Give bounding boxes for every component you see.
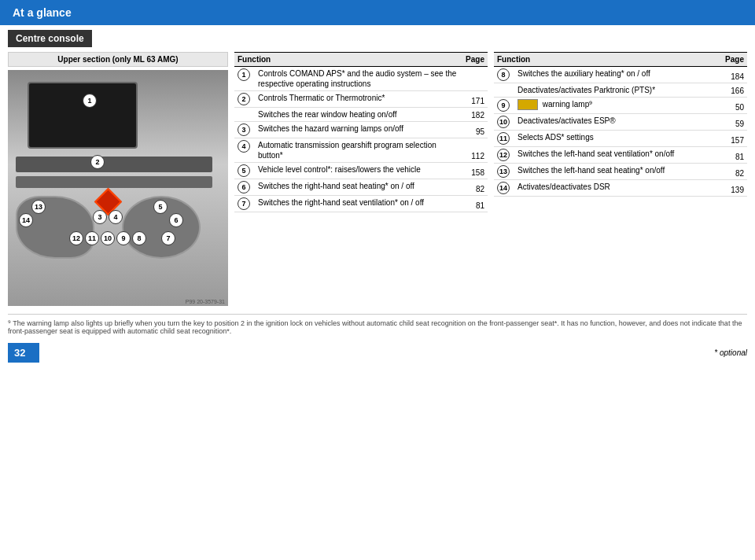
section-title: Centre console [8,30,92,47]
item-num-14: 14 [497,182,510,194]
item-page-13: 82 [716,164,747,180]
item-desc-12: Switches the left-hand seat ventilation*… [514,147,716,164]
item-page-7: 81 [462,196,488,212]
item-page-8: 184 [716,67,747,83]
header-bar: At a glance [0,0,755,25]
table-row: 10 Deactivates/activates ESP® 59 [494,114,747,131]
car-image: 1 2 3 4 5 6 7 8 9 10 11 12 13 14 P99 20-… [8,70,228,306]
item-page-9: 50 [716,98,747,114]
item-desc-3: Switches the hazard warning lamps on/off [255,122,462,138]
label-9: 9 [116,231,131,245]
item-num-2: 2 [238,93,250,105]
tables-section: Function Page 1 Controls COMAND APS* and… [234,52,747,306]
item-desc-6: Switches the right-hand seat heating* on… [255,179,462,196]
table-row: Deactivates/activates Parktronic (PTS)* … [494,83,747,98]
optional-label: * optional [714,348,747,357]
label-6: 6 [169,213,183,227]
item-page-12: 81 [716,147,747,164]
table-row: 3 Switches the hazard warning lamps on/o… [234,122,488,138]
item-page-2: 171 [462,91,488,108]
page-number: 32 [8,343,39,363]
item-page-4: 112 [462,138,488,163]
right-table-function-header: Function [494,53,716,67]
item-num-3: 3 [238,123,250,136]
table-row: 14 Activates/deactivates DSR 139 [494,180,747,197]
item-num-10: 10 [497,116,510,128]
item-page-5: 158 [462,163,488,179]
warning-icon [517,99,538,110]
label-10: 10 [101,231,115,245]
item-page-2b: 182 [462,108,488,122]
image-caption: P99 20-3579-31 [186,299,225,304]
label-1: 1 [83,94,97,108]
item-page-8b: 166 [716,83,747,98]
image-label: Upper section (only ML 63 AMG) [8,52,228,67]
image-section: Upper section (only ML 63 AMG) 1 2 3 4 5… [8,52,228,306]
item-desc-10: Deactivates/activates ESP® [514,114,716,131]
right-function-table: Function Page 8 Switches the auxiliary h… [494,52,747,306]
item-page-14: 139 [716,180,747,197]
item-num-9: 9 [497,99,510,112]
left-table-page-header: Page [462,53,488,67]
item-num-8: 8 [497,68,510,81]
item-desc-13: Switches the left-hand seat heating* on/… [514,164,716,180]
item-desc-9: warning lamp⁹ [514,98,716,114]
label-5: 5 [153,200,168,214]
item-desc-4: Automatic transmission gearshift program… [255,138,462,163]
footnote: ⁹ The warning lamp also lights up briefl… [8,314,747,335]
page-title: At a glance [13,6,72,19]
item-desc-2: Controls Thermatic or Thermotronic* [255,91,462,108]
table-row: 12 Switches the left-hand seat ventilati… [494,147,747,164]
item-page-10: 59 [716,114,747,131]
label-4: 4 [109,210,123,224]
left-function-table: Function Page 1 Controls COMAND APS* and… [234,52,488,306]
item-num-1: 1 [238,68,250,81]
item-num-6: 6 [238,181,250,193]
item-num-4: 4 [238,140,250,153]
left-table-function-header: Function [234,53,462,67]
item-num-13: 13 [497,165,510,178]
footnote-text: ⁹ The warning lamp also lights up briefl… [8,319,742,335]
item-page-6: 82 [462,179,488,196]
item-desc-1: Controls COMAND APS* and the audio syste… [255,67,462,91]
table-row: 8 Switches the auxiliary heating* on / o… [494,67,747,83]
label-13: 13 [31,200,46,214]
label-2: 2 [90,155,105,169]
table-row: 11 Selects ADS* settings 157 [494,131,747,147]
table-row: 2 Controls Thermatic or Thermotronic* 17… [234,91,488,108]
item-num-5: 5 [238,164,250,177]
item-desc-11: Selects ADS* settings [514,131,716,147]
table-row: 6 Switches the right-hand seat heating* … [234,179,488,196]
item-desc-8b: Deactivates/activates Parktronic (PTS)* [514,83,716,98]
right-table-page-header: Page [716,53,747,67]
table-row: Switches the rear window heating on/off … [234,108,488,122]
item-page-11: 157 [716,131,747,147]
table-row: 1 Controls COMAND APS* and the audio sys… [234,67,488,91]
item-num-11: 11 [497,132,510,145]
label-8: 8 [132,231,146,245]
item-page-1 [462,67,488,91]
label-12: 12 [69,231,83,245]
item-num-12: 12 [497,149,510,161]
label-14: 14 [19,213,33,227]
table-row: 7 Switches the right-hand seat ventilati… [234,196,488,212]
item-desc-14: Activates/deactivates DSR [514,180,716,197]
table-row: 5 Vehicle level control*: raises/lowers … [234,163,488,179]
item-desc-5: Vehicle level control*: raises/lowers th… [255,163,462,179]
bottom-row: 32 * optional [0,338,755,367]
item-num-7: 7 [238,197,250,210]
table-row: 4 Automatic transmission gearshift progr… [234,138,488,163]
item-desc-8: Switches the auxiliary heating* on / off [514,67,716,83]
item-desc-2b: Switches the rear window heating on/off [255,108,462,122]
table-row: 9 warning lamp⁹ 50 [494,98,747,114]
item-desc-7: Switches the right-hand seat ventilation… [255,196,462,212]
item-page-3: 95 [462,122,488,138]
label-7: 7 [161,231,175,245]
table-row: 13 Switches the left-hand seat heating* … [494,164,747,180]
label-3: 3 [93,210,107,224]
label-11: 11 [85,231,99,245]
